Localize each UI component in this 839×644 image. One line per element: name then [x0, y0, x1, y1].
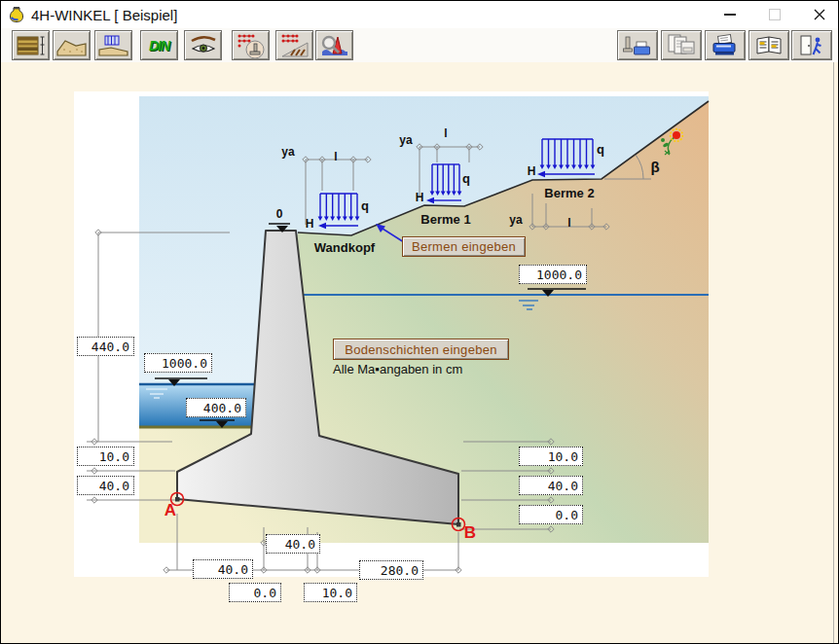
manual-book-icon [753, 33, 784, 58]
window-edge-line [833, 62, 834, 644]
wall-surcharge-icon [98, 33, 129, 58]
dim-bottom-280[interactable]: 280.0 [359, 560, 423, 580]
maximize-button [764, 4, 785, 25]
toolbar: DIN [1, 28, 838, 63]
app-icon [8, 6, 25, 23]
bermen-eingeben-button[interactable]: Bermen eingeben [402, 236, 526, 257]
dim-bottom-40[interactable]: 40.0 [193, 559, 253, 579]
minimize-button[interactable] [719, 4, 741, 25]
slope-profile-icon [56, 33, 88, 58]
din-button[interactable]: DIN [140, 30, 178, 60]
analysis-results-button[interactable] [315, 30, 353, 60]
soil-layers-icon [16, 33, 47, 58]
dim-right-10[interactable]: 10.0 [519, 447, 583, 466]
dim-right-0[interactable]: 0.0 [519, 505, 583, 524]
slope-loads-button[interactable] [275, 30, 313, 60]
dim-right-40[interactable]: 40.0 [519, 476, 583, 495]
dim-bottom-40-top[interactable]: 40.0 [266, 534, 320, 554]
analysis-results-icon [319, 33, 350, 58]
printer-button[interactable] [705, 30, 746, 60]
dim-bottom-0[interactable]: 0.0 [229, 583, 281, 602]
view-eye-icon [188, 33, 219, 58]
print-drawing-button[interactable] [617, 30, 658, 60]
exit-button[interactable] [791, 30, 832, 60]
titlebar: 4H-WINKEL [ Beispiel] [1, 1, 838, 29]
dim-left-40[interactable]: 40.0 [77, 476, 134, 495]
soil-layers-button[interactable] [12, 30, 50, 60]
window-title: 4H-WINKEL [ Beispiel] [31, 7, 177, 23]
slope-loads-icon [279, 32, 310, 59]
dim-water-right[interactable]: 1000.0 [519, 265, 587, 284]
slope-profile-button[interactable] [53, 30, 91, 60]
view-eye-button[interactable] [184, 30, 222, 60]
bodenschichten-eingeben-button[interactable]: Bodenschichten eingeben [333, 339, 509, 360]
dim-left-10[interactable]: 10.0 [77, 447, 134, 466]
din-icon: DIN [149, 38, 169, 54]
dim-wall-height[interactable]: 440.0 [77, 337, 134, 356]
wall-loads-icon [236, 32, 267, 59]
dim-bottom-10[interactable]: 10.0 [304, 583, 357, 602]
wall-surcharge-button[interactable] [94, 30, 132, 60]
dim-water-left[interactable]: 1000.0 [144, 353, 212, 373]
copy-pages-button[interactable] [661, 30, 702, 60]
units-note: Alle Ma▪angaben in cm [333, 362, 462, 376]
copy-pages-icon [666, 33, 697, 58]
dim-water-depth-left[interactable]: 400.0 [186, 398, 246, 417]
wall-loads-button[interactable] [232, 30, 270, 60]
exit-door-icon [796, 33, 827, 58]
drawing-area: WandkopfBerme 1Berme 2qqqHHHyayayalllβ0A… [1, 62, 839, 644]
close-button[interactable] [809, 4, 830, 25]
manual-book-button[interactable] [748, 30, 789, 60]
app-window: 4H-WINKEL [ Beispiel] [0, 0, 839, 644]
print-drawing-icon [622, 33, 653, 58]
close-icon [814, 9, 825, 20]
printer-icon [710, 33, 741, 58]
